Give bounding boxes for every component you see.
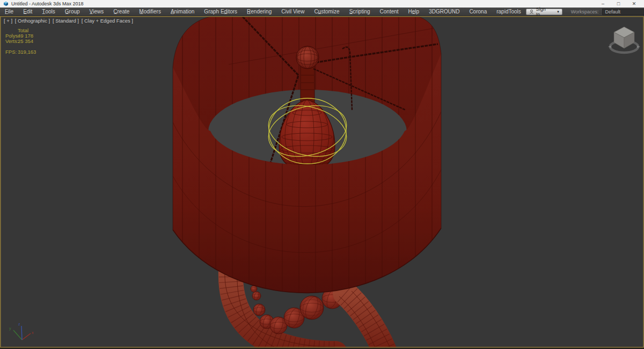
workspace-dropdown[interactable]: Default ▾	[602, 9, 644, 15]
workspaces-label: Workspaces:	[571, 9, 599, 14]
menu-customize[interactable]: Cu̲stomize	[309, 8, 344, 16]
menu-civil-view[interactable]: Civil View	[276, 8, 309, 16]
user-icon	[529, 9, 534, 14]
3ds-max-window: x y z [ + ] [ Orthographic ] [ Standard …	[0, 0, 644, 349]
axis-x-label: x	[32, 331, 34, 335]
menu-file[interactable]: F̲ile	[0, 8, 18, 16]
lamp-stem[interactable]	[301, 67, 314, 105]
viewport-style-menu[interactable]: [ Standard ]	[53, 18, 79, 24]
maximize-button[interactable]: □	[611, 0, 626, 8]
workspace-value: Default	[605, 9, 644, 14]
menu-animation[interactable]: A̲nimation	[166, 8, 199, 16]
chevron-down-icon: ▾	[557, 10, 559, 14]
menu-rendering[interactable]: R̲endering	[242, 8, 276, 16]
menu-rapidtools[interactable]: rapidTools	[492, 8, 526, 16]
menu-content[interactable]: Content	[375, 8, 404, 16]
menu-tools[interactable]: T̲ools	[37, 8, 60, 16]
axis-y-label: y	[9, 326, 11, 331]
stats-fps-value: 319,163	[18, 49, 36, 55]
menu-views[interactable]: V̲iews	[85, 8, 109, 16]
3ds-max-app-icon	[3, 1, 9, 6]
viewport-pov-menu[interactable]: [ Orthographic ]	[15, 18, 50, 24]
window-title: Untitled - Autodesk 3ds Max 2018	[11, 1, 84, 6]
viewport-shading-menu[interactable]: [ Clay + Edged Faces ]	[82, 18, 133, 24]
menu-edit[interactable]: E̲dit	[18, 8, 37, 16]
menu-3dground[interactable]: 3DGROUND	[424, 8, 464, 16]
menu-modifiers[interactable]: M̲odifiers	[134, 8, 166, 16]
minimize-button[interactable]: –	[595, 0, 611, 8]
menu-group[interactable]: G̲roup	[60, 8, 85, 16]
menu-scripting[interactable]: S̲cripting	[345, 8, 375, 16]
viewport-label: [ + ] [ Orthographic ] [ Standard ] [ Cl…	[4, 18, 134, 24]
viewport-general-menu[interactable]: [ + ]	[4, 18, 12, 24]
axis-z-label: z	[18, 322, 20, 326]
close-button[interactable]: ✕	[626, 0, 642, 8]
menu-corona[interactable]: Corona	[464, 8, 492, 16]
stats-verts-value: 25 354	[18, 38, 33, 44]
stats-fps-label: FPS:	[5, 49, 17, 55]
menu-create[interactable]: C̲reate	[108, 8, 134, 16]
sign-in-button[interactable]: Sign In ▾	[526, 9, 562, 15]
menu-help[interactable]: He̲lp	[404, 8, 425, 16]
finial-sphere[interactable]	[296, 46, 319, 69]
viewport-canvas[interactable]: x y z	[0, 0, 644, 349]
menu-bar: F̲ile E̲dit T̲ools G̲roup V̲iews C̲reate…	[0, 8, 644, 16]
menu-graph-editors[interactable]: Graph Ed̲itors	[199, 8, 242, 16]
stats-verts-label: Verts:	[5, 38, 18, 44]
sign-in-label: Sign In	[536, 6, 550, 17]
